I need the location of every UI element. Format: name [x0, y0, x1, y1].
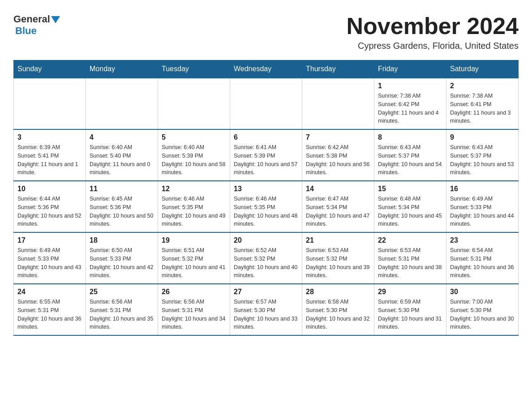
day-number: 21 — [306, 236, 370, 244]
calendar-cell: 18Sunrise: 6:50 AM Sunset: 5:33 PM Dayli… — [86, 232, 158, 284]
day-info: Sunrise: 6:44 AM Sunset: 5:36 PM Dayligh… — [17, 195, 82, 228]
day-info: Sunrise: 6:55 AM Sunset: 5:31 PM Dayligh… — [17, 298, 82, 331]
day-number: 29 — [378, 288, 442, 296]
day-info: Sunrise: 7:38 AM Sunset: 6:42 PM Dayligh… — [378, 92, 442, 125]
calendar-cell: 11Sunrise: 6:45 AM Sunset: 5:36 PM Dayli… — [86, 181, 158, 232]
day-info: Sunrise: 6:41 AM Sunset: 5:39 PM Dayligh… — [234, 143, 298, 177]
day-info: Sunrise: 6:54 AM Sunset: 5:31 PM Dayligh… — [450, 246, 515, 280]
month-title: November 2024 — [347, 13, 519, 39]
day-number: 11 — [90, 185, 154, 193]
day-info: Sunrise: 6:45 AM Sunset: 5:36 PM Dayligh… — [90, 195, 154, 228]
calendar-cell: 21Sunrise: 6:53 AM Sunset: 5:32 PM Dayli… — [302, 232, 374, 284]
calendar-cell: 13Sunrise: 6:46 AM Sunset: 5:35 PM Dayli… — [230, 181, 302, 232]
day-number: 6 — [234, 133, 298, 141]
calendar-week-row: 17Sunrise: 6:49 AM Sunset: 5:33 PM Dayli… — [14, 232, 519, 284]
day-number: 3 — [17, 133, 82, 141]
calendar-header-wednesday: Wednesday — [230, 60, 302, 78]
calendar-cell: 14Sunrise: 6:47 AM Sunset: 5:34 PM Dayli… — [302, 181, 374, 232]
day-info: Sunrise: 7:00 AM Sunset: 5:30 PM Dayligh… — [450, 298, 515, 331]
calendar-cell: 5Sunrise: 6:40 AM Sunset: 5:39 PM Daylig… — [158, 129, 230, 181]
calendar-cell: 29Sunrise: 6:59 AM Sunset: 5:30 PM Dayli… — [374, 284, 446, 335]
calendar-header-thursday: Thursday — [302, 60, 374, 78]
calendar-header-tuesday: Tuesday — [158, 60, 230, 78]
calendar-cell: 16Sunrise: 6:49 AM Sunset: 5:33 PM Dayli… — [446, 181, 519, 232]
calendar-cell: 28Sunrise: 6:58 AM Sunset: 5:30 PM Dayli… — [302, 284, 374, 335]
calendar-cell: 9Sunrise: 6:43 AM Sunset: 5:37 PM Daylig… — [446, 129, 519, 181]
day-info: Sunrise: 6:48 AM Sunset: 5:34 PM Dayligh… — [378, 195, 442, 228]
day-info: Sunrise: 6:56 AM Sunset: 5:31 PM Dayligh… — [90, 298, 154, 331]
day-number: 24 — [17, 288, 82, 296]
calendar-header-monday: Monday — [86, 60, 158, 78]
day-info: Sunrise: 6:57 AM Sunset: 5:30 PM Dayligh… — [234, 298, 298, 331]
day-number: 12 — [162, 185, 226, 193]
day-number: 15 — [378, 185, 442, 193]
day-info: Sunrise: 6:43 AM Sunset: 5:37 PM Dayligh… — [450, 143, 515, 177]
calendar-cell: 15Sunrise: 6:48 AM Sunset: 5:34 PM Dayli… — [374, 181, 446, 232]
calendar-week-row: 10Sunrise: 6:44 AM Sunset: 5:36 PM Dayli… — [14, 181, 519, 232]
day-number: 28 — [306, 288, 370, 296]
calendar-cell: 7Sunrise: 6:42 AM Sunset: 5:38 PM Daylig… — [302, 129, 374, 181]
calendar-cell — [86, 78, 158, 129]
calendar-cell — [302, 78, 374, 129]
calendar-cell: 23Sunrise: 6:54 AM Sunset: 5:31 PM Dayli… — [446, 232, 519, 284]
calendar: SundayMondayTuesdayWednesdayThursdayFrid… — [13, 60, 519, 336]
day-info: Sunrise: 6:47 AM Sunset: 5:34 PM Dayligh… — [306, 195, 370, 228]
day-info: Sunrise: 6:53 AM Sunset: 5:31 PM Dayligh… — [378, 246, 442, 280]
calendar-cell: 6Sunrise: 6:41 AM Sunset: 5:39 PM Daylig… — [230, 129, 302, 181]
calendar-cell: 30Sunrise: 7:00 AM Sunset: 5:30 PM Dayli… — [446, 284, 519, 335]
calendar-week-row: 24Sunrise: 6:55 AM Sunset: 5:31 PM Dayli… — [14, 284, 519, 335]
day-info: Sunrise: 7:38 AM Sunset: 6:41 PM Dayligh… — [450, 92, 515, 125]
day-number: 2 — [450, 82, 515, 90]
calendar-cell: 22Sunrise: 6:53 AM Sunset: 5:31 PM Dayli… — [374, 232, 446, 284]
calendar-header-sunday: Sunday — [14, 60, 86, 78]
calendar-cell: 10Sunrise: 6:44 AM Sunset: 5:36 PM Dayli… — [14, 181, 86, 232]
calendar-cell: 8Sunrise: 6:43 AM Sunset: 5:37 PM Daylig… — [374, 129, 446, 181]
calendar-cell: 26Sunrise: 6:56 AM Sunset: 5:31 PM Dayli… — [158, 284, 230, 335]
calendar-cell — [158, 78, 230, 129]
day-number: 30 — [450, 288, 515, 296]
day-number: 10 — [17, 185, 82, 193]
logo-general-text: General — [13, 13, 50, 25]
calendar-cell: 3Sunrise: 6:39 AM Sunset: 5:41 PM Daylig… — [14, 129, 86, 181]
calendar-cell: 24Sunrise: 6:55 AM Sunset: 5:31 PM Dayli… — [14, 284, 86, 335]
day-info: Sunrise: 6:40 AM Sunset: 5:40 PM Dayligh… — [90, 143, 154, 177]
day-info: Sunrise: 6:59 AM Sunset: 5:30 PM Dayligh… — [378, 298, 442, 331]
day-info: Sunrise: 6:53 AM Sunset: 5:32 PM Dayligh… — [306, 246, 370, 280]
day-number: 14 — [306, 185, 370, 193]
logo: General Blue — [13, 13, 60, 37]
day-number: 25 — [90, 288, 154, 296]
day-number: 13 — [234, 185, 298, 193]
day-number: 1 — [378, 82, 442, 90]
calendar-header-row: SundayMondayTuesdayWednesdayThursdayFrid… — [14, 60, 519, 78]
calendar-week-row: 3Sunrise: 6:39 AM Sunset: 5:41 PM Daylig… — [14, 129, 519, 181]
calendar-cell: 25Sunrise: 6:56 AM Sunset: 5:31 PM Dayli… — [86, 284, 158, 335]
calendar-cell — [14, 78, 86, 129]
day-info: Sunrise: 6:42 AM Sunset: 5:38 PM Dayligh… — [306, 143, 370, 177]
calendar-cell: 2Sunrise: 7:38 AM Sunset: 6:41 PM Daylig… — [446, 78, 519, 129]
day-info: Sunrise: 6:40 AM Sunset: 5:39 PM Dayligh… — [162, 143, 226, 177]
title-area: November 2024 Cypress Gardens, Florida, … — [347, 13, 519, 51]
calendar-week-row: 1Sunrise: 7:38 AM Sunset: 6:42 PM Daylig… — [14, 78, 519, 129]
calendar-cell: 27Sunrise: 6:57 AM Sunset: 5:30 PM Dayli… — [230, 284, 302, 335]
calendar-cell: 1Sunrise: 7:38 AM Sunset: 6:42 PM Daylig… — [374, 78, 446, 129]
calendar-cell — [230, 78, 302, 129]
day-number: 17 — [17, 236, 82, 244]
day-number: 9 — [450, 133, 515, 141]
day-number: 19 — [162, 236, 226, 244]
day-info: Sunrise: 6:56 AM Sunset: 5:31 PM Dayligh… — [162, 298, 226, 331]
day-info: Sunrise: 6:39 AM Sunset: 5:41 PM Dayligh… — [17, 143, 82, 177]
header: General Blue November 2024 Cypress Garde… — [13, 13, 519, 51]
logo-blue-text: Blue — [15, 25, 37, 36]
day-info: Sunrise: 6:58 AM Sunset: 5:30 PM Dayligh… — [306, 298, 370, 331]
day-number: 4 — [90, 133, 154, 141]
day-number: 22 — [378, 236, 442, 244]
calendar-header-saturday: Saturday — [446, 60, 519, 78]
day-number: 16 — [450, 185, 515, 193]
day-info: Sunrise: 6:46 AM Sunset: 5:35 PM Dayligh… — [162, 195, 226, 228]
calendar-cell: 17Sunrise: 6:49 AM Sunset: 5:33 PM Dayli… — [14, 232, 86, 284]
day-info: Sunrise: 6:46 AM Sunset: 5:35 PM Dayligh… — [234, 195, 298, 228]
day-number: 26 — [162, 288, 226, 296]
calendar-cell: 20Sunrise: 6:52 AM Sunset: 5:32 PM Dayli… — [230, 232, 302, 284]
day-info: Sunrise: 6:49 AM Sunset: 5:33 PM Dayligh… — [450, 195, 515, 228]
logo-triangle-icon — [51, 16, 60, 23]
